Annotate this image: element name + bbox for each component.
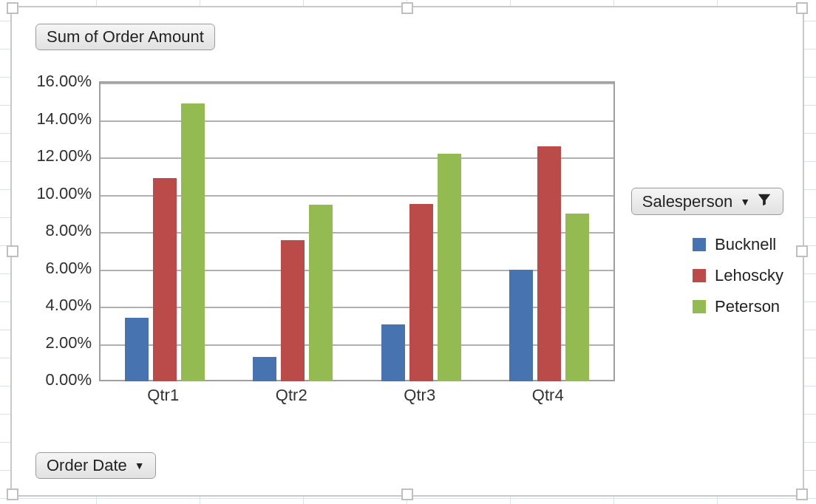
values-field-label: Sum of Order Amount: [47, 27, 204, 47]
legend-item-peterson[interactable]: Peterson: [693, 297, 783, 316]
y-tick-label: 0.00%: [12, 370, 92, 389]
bar-peterson-qtr3[interactable]: [438, 154, 461, 381]
legend-swatch: [693, 300, 706, 313]
resize-handle[interactable]: [401, 2, 413, 14]
bar-lehoscky-qtr2[interactable]: [281, 240, 305, 381]
legend-item-lehoscky[interactable]: Lehoscky: [693, 266, 783, 285]
y-tick-label: 2.00%: [12, 333, 92, 353]
filter-icon: [756, 191, 772, 211]
bar-peterson-qtr1[interactable]: [181, 103, 205, 381]
y-tick-label: 14.00%: [12, 109, 92, 129]
legend-swatch: [693, 269, 706, 282]
resize-handle[interactable]: [7, 245, 18, 257]
legend-label: Peterson: [715, 297, 780, 316]
axis-field-label: Order Date: [47, 456, 127, 475]
bar-bucknell-qtr4[interactable]: [509, 270, 533, 382]
legend: BucknellLehosckyPeterson: [693, 223, 783, 328]
y-tick-label: 8.00%: [12, 221, 92, 240]
plot-area[interactable]: [99, 81, 615, 381]
y-tick-label: 10.00%: [12, 184, 92, 203]
bar-lehoscky-qtr3[interactable]: [409, 204, 433, 381]
resize-handle[interactable]: [401, 488, 413, 500]
y-tick-label: 4.00%: [12, 296, 92, 315]
gridline: [101, 120, 613, 122]
gridline: [101, 157, 613, 159]
resize-handle[interactable]: [796, 488, 808, 500]
gridline: [101, 344, 613, 346]
x-tick-label: Qtr1: [147, 386, 179, 405]
legend-item-bucknell[interactable]: Bucknell: [693, 235, 783, 254]
axis-field-button[interactable]: Order Date ▼: [35, 452, 156, 479]
x-axis-line: [101, 380, 613, 381]
legend-field-label: Salesperson: [642, 192, 732, 211]
y-tick-label: 16.00%: [12, 72, 92, 91]
bar-peterson-qtr4[interactable]: [565, 214, 589, 381]
pivot-chart-object[interactable]: Sum of Order Amount Order Date ▼ Salespe…: [10, 6, 804, 497]
bar-bucknell-qtr3[interactable]: [381, 324, 405, 381]
legend-label: Bucknell: [715, 235, 776, 254]
y-tick-label: 6.00%: [12, 259, 92, 278]
resize-handle[interactable]: [796, 245, 808, 257]
gridline: [101, 232, 613, 234]
legend-label: Lehoscky: [715, 266, 783, 285]
gridline: [101, 195, 613, 197]
x-tick-label: Qtr3: [404, 386, 435, 405]
dropdown-arrow-icon: ▼: [740, 196, 750, 208]
bar-bucknell-qtr1[interactable]: [125, 318, 149, 381]
resize-handle[interactable]: [7, 488, 18, 500]
dropdown-arrow-icon: ▼: [135, 460, 145, 471]
x-tick-label: Qtr4: [532, 386, 564, 405]
gridline: [101, 307, 613, 308]
legend-swatch: [693, 238, 706, 251]
bar-bucknell-qtr2[interactable]: [253, 357, 276, 381]
values-field-button[interactable]: Sum of Order Amount: [35, 24, 215, 50]
y-tick-label: 12.00%: [12, 146, 92, 166]
resize-handle[interactable]: [796, 2, 808, 14]
legend-field-button[interactable]: Salesperson ▼: [631, 188, 783, 215]
x-tick-label: Qtr2: [276, 386, 307, 405]
gridline: [101, 83, 613, 84]
resize-handle[interactable]: [7, 2, 18, 14]
bar-lehoscky-qtr1[interactable]: [153, 178, 177, 381]
gridline: [101, 270, 613, 271]
bar-peterson-qtr2[interactable]: [309, 205, 333, 381]
bar-lehoscky-qtr4[interactable]: [537, 146, 561, 381]
